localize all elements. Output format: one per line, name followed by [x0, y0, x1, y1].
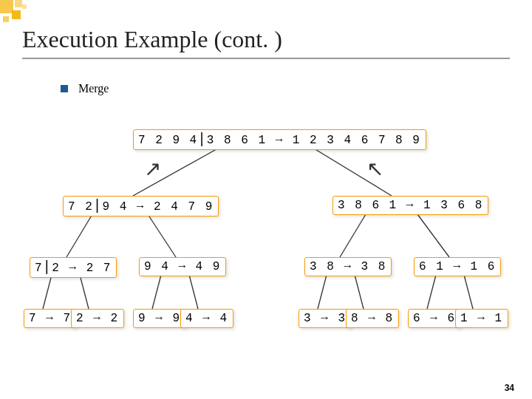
node-l3-5: 8 → 8 — [346, 309, 399, 328]
svg-line-8 — [152, 275, 161, 309]
node-l3-4: 3 → 3 — [299, 309, 352, 328]
node-l3-3: 4 → 4 — [180, 309, 233, 328]
svg-line-12 — [427, 275, 436, 309]
node-l2-0: 7⎮2 → 2 7 — [30, 257, 117, 278]
node-l2-3: 6 1 → 1 6 — [414, 257, 501, 276]
svg-line-2 — [66, 214, 92, 257]
svg-line-13 — [464, 275, 473, 309]
merge-arrow-up-left: ↗ — [144, 159, 161, 180]
svg-line-11 — [355, 275, 364, 309]
node-l2-2: 3 8 → 3 8 — [304, 257, 392, 276]
node-left-half: 7 2⎮9 4 → 2 4 7 9 — [63, 196, 219, 216]
node-l3-1: 2 → 2 — [71, 309, 124, 328]
svg-line-7 — [80, 275, 89, 309]
node-l3-2: 9 → 9 — [133, 309, 186, 328]
node-right-half: 3 8 6 1 → 1 3 6 8 — [332, 196, 488, 215]
node-l3-0: 7 → 7 — [24, 309, 77, 328]
node-root: 7 2 9 4⎮3 8 6 1 → 1 2 3 4 6 7 8 9 — [133, 129, 426, 150]
node-l3-7: 1 → 1 — [455, 309, 508, 328]
svg-line-3 — [148, 214, 176, 257]
node-l2-1: 9 4 → 4 9 — [139, 257, 226, 276]
svg-line-6 — [43, 275, 52, 309]
svg-line-9 — [189, 275, 198, 309]
page-number: 34 — [505, 383, 514, 393]
merge-arrow-up-right: ↖ — [366, 159, 383, 180]
svg-line-10 — [318, 275, 327, 309]
svg-line-4 — [340, 214, 366, 257]
svg-line-5 — [417, 214, 449, 257]
node-l3-6: 6 → 6 — [408, 309, 461, 328]
